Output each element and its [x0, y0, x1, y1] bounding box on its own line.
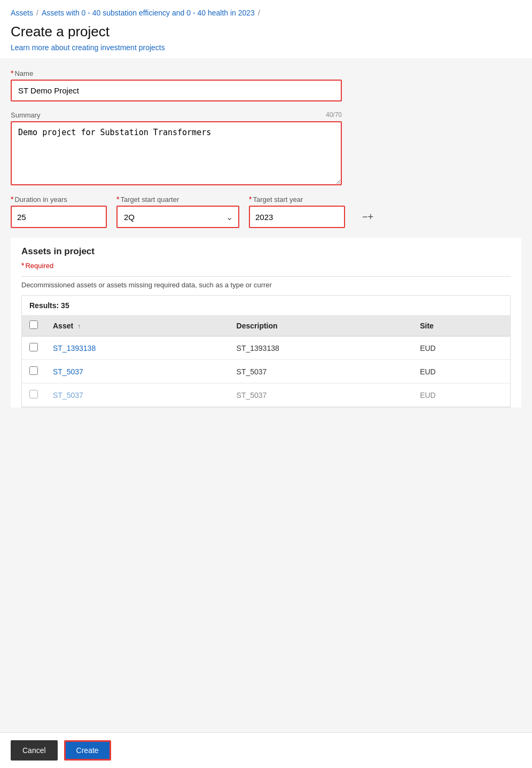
results-header: Results: 35	[22, 296, 510, 315]
duration-field: * Duration in years − +	[11, 195, 107, 228]
name-label: * Name	[11, 69, 521, 77]
row-checkbox-cell-2	[22, 360, 45, 383]
site-cell-3: EUD	[412, 383, 510, 407]
table-header: Asset ↑ Description Site	[22, 315, 510, 336]
breadcrumb-sep-1: /	[36, 9, 38, 17]
description-cell-2: ST_5037	[229, 360, 413, 383]
sort-asc-icon: ↑	[77, 323, 81, 330]
summary-label-row: Summary 40/70	[11, 111, 342, 119]
year-input[interactable]	[250, 213, 362, 222]
summary-wrapper: Demo project for Substation Transformers	[11, 121, 521, 185]
asset-link-3[interactable]: ST_5037	[53, 391, 83, 399]
year-required-star: *	[249, 195, 252, 203]
row-checkbox-2[interactable]	[29, 366, 38, 375]
row-checkbox-1[interactable]	[29, 343, 38, 351]
assets-table-body: ST_1393138 ST_1393138 EUD ST_5037	[22, 336, 510, 407]
page-title: Create a project	[11, 23, 521, 40]
name-input[interactable]	[11, 80, 342, 101]
asset-cell-3: ST_5037	[45, 383, 229, 407]
description-cell-3: ST_5037	[229, 383, 413, 407]
row-checkbox-cell-1	[22, 336, 45, 360]
assets-table: Asset ↑ Description Site	[22, 315, 510, 407]
duration-label: * Duration in years	[11, 195, 107, 203]
assets-required-star: *	[21, 261, 24, 270]
char-count: 40/70	[326, 111, 342, 119]
table-wrapper: Asset ↑ Description Site	[22, 315, 510, 407]
summary-input[interactable]: Demo project for Substation Transformers	[11, 121, 342, 185]
name-field-group: * Name	[11, 69, 521, 101]
description-column-header: Description	[229, 315, 413, 336]
duration-required-star: *	[11, 195, 13, 203]
year-stepper: − +	[249, 206, 345, 228]
name-required-star: *	[11, 69, 13, 77]
row-checkbox-cell-3	[22, 383, 45, 407]
assets-section: Assets in project * Required Decommissio…	[11, 238, 521, 407]
site-cell-1: EUD	[412, 336, 510, 360]
quarter-select[interactable]: 1Q 2Q 3Q 4Q	[118, 207, 238, 227]
table-row: ST_1393138 ST_1393138 EUD	[22, 336, 510, 360]
breadcrumb-sep-2: /	[258, 9, 260, 17]
table-row: ST_5037 ST_5037 EUD	[22, 383, 510, 407]
create-button[interactable]: Create	[64, 740, 111, 761]
description-cell-1: ST_1393138	[229, 336, 413, 360]
breadcrumb-assets[interactable]: Assets	[11, 9, 33, 17]
asset-cell-1: ST_1393138	[45, 336, 229, 360]
select-all-checkbox[interactable]	[29, 320, 38, 329]
site-column-header: Site	[412, 315, 510, 336]
notice-text: Decommissioned assets or assets missing …	[21, 281, 481, 289]
assets-required-label: * Required	[21, 261, 511, 270]
page-header: Create a project Learn more about creati…	[0, 21, 532, 58]
duration-stepper: − +	[11, 206, 107, 228]
breadcrumb: Assets / Assets with 0 - 40 substation e…	[0, 0, 532, 21]
site-cell-2: EUD	[412, 360, 510, 383]
row-checkbox-3[interactable]	[29, 390, 38, 398]
summary-field-group: Summary 40/70 Demo project for Substatio…	[11, 111, 521, 185]
learn-more-link[interactable]: Learn more about creating investment pro…	[11, 43, 165, 52]
year-increase-button[interactable]: +	[368, 207, 374, 227]
quarter-required-star: *	[116, 195, 119, 203]
duration-input[interactable]	[12, 213, 124, 222]
section-divider	[21, 276, 511, 277]
form-section: * Name Summary 40/70 Demo project for Su…	[0, 58, 532, 768]
year-field: * Target start year − +	[249, 195, 345, 228]
asset-column-header: Asset ↑	[45, 315, 229, 336]
footer-bar: Cancel Create	[0, 732, 532, 768]
quarter-select-container: 1Q 2Q 3Q 4Q ⌄	[116, 206, 239, 228]
table-row: ST_5037 ST_5037 EUD	[22, 360, 510, 383]
quarter-field: * Target start quarter 1Q 2Q 3Q 4Q ⌄	[116, 195, 239, 228]
asset-link-2[interactable]: ST_5037	[53, 367, 83, 376]
breadcrumb-filter[interactable]: Assets with 0 - 40 substation efficiency…	[42, 9, 255, 17]
asset-cell-2: ST_5037	[45, 360, 229, 383]
quarter-label: * Target start quarter	[116, 195, 239, 203]
year-label: * Target start year	[249, 195, 345, 203]
cancel-button[interactable]: Cancel	[11, 740, 58, 761]
results-container: Results: 35 Asset ↑	[21, 295, 511, 407]
asset-link-1[interactable]: ST_1393138	[53, 344, 96, 352]
year-decrease-button[interactable]: −	[362, 207, 368, 227]
inline-fields: * Duration in years − + * Target start q…	[11, 195, 521, 228]
assets-title: Assets in project	[21, 246, 511, 257]
checkbox-header-cell	[22, 315, 45, 336]
